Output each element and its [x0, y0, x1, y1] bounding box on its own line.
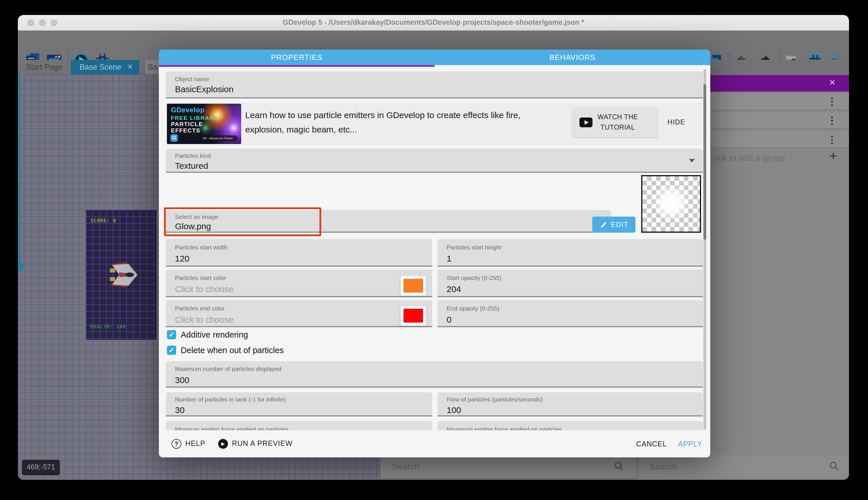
end-color-swatch[interactable]: [400, 305, 426, 326]
tab-behaviors[interactable]: BEHAVIORS: [435, 49, 710, 65]
score-text: SCORE: 0: [90, 218, 116, 224]
particles-start-color-field[interactable]: Particles start color Click to choose: [166, 270, 432, 297]
kebab-menu-icon[interactable]: ⋮: [827, 115, 837, 127]
particles-start-height-field[interactable]: Particles start height 1: [437, 239, 703, 267]
gdevelop-logo: G: [171, 134, 178, 142]
end-opacity-field[interactable]: End opacity (0-255) 0: [437, 300, 703, 327]
max-particles-field[interactable]: Maximum number of particles displayed 30…: [166, 361, 703, 388]
close-window-button[interactable]: [28, 20, 34, 26]
particles-kind-label: Particles kind: [175, 152, 211, 159]
objects-search-input[interactable]: Search: [641, 455, 848, 478]
watch-tutorial-label: WATCH THE TUTORIAL: [597, 112, 638, 133]
thumb-caption: 06 - Advanced Flame: [198, 135, 238, 141]
dialog-scrollbar-thumb[interactable]: [703, 84, 706, 240]
dialog-tab-header: PROPERTIES BEHAVIORS: [159, 49, 710, 65]
scene-vertical-scrollbar[interactable]: [18, 74, 20, 267]
window-title: GDevelop 5 - /Users/dkarakay/Documents/G…: [18, 15, 849, 31]
particle-image-preview: [641, 175, 701, 233]
object-name-field[interactable]: Object name BasicExplosion: [166, 71, 703, 99]
search-placeholder: Search: [392, 462, 419, 471]
start-color-swatch[interactable]: [400, 275, 426, 296]
annotation-highlight-rectangle: [164, 207, 321, 236]
object-name-label: Object name: [175, 76, 209, 82]
thumb-particle-text: PARTICLE: [171, 121, 203, 127]
kebab-menu-icon[interactable]: ⋮: [827, 134, 837, 146]
particles-end-color-field[interactable]: Particles end color Click to choose: [166, 300, 432, 327]
end-color-fill: [403, 309, 423, 322]
delete-when-out-label: Delete when out of particles: [181, 345, 284, 355]
dialog-scrollbar[interactable]: [703, 69, 706, 430]
tutorial-text-line2: explosion, magic beam, etc...: [245, 124, 357, 134]
tab-properties[interactable]: PROPERTIES: [159, 49, 435, 65]
cursor-coordinates-badge: 469;-571: [22, 460, 60, 475]
particles-kind-value: Textured: [175, 161, 208, 171]
tab-close-icon[interactable]: ✕: [127, 63, 133, 71]
tutorial-text-line1: Learn how to use particle emitters in GD…: [245, 110, 520, 120]
play-icon: ▶: [218, 439, 228, 448]
edit-button-label: EDIT: [611, 220, 628, 229]
game-window-frame: SCORE: 0 HEALTH: 100: [86, 210, 156, 340]
screen: GDevelop 5 - /Users/dkarakay/Documents/G…: [0, 0, 868, 500]
active-tab-indicator: [159, 65, 435, 67]
particles-tank-field[interactable]: Number of particles in tank (-1 for infi…: [166, 392, 432, 417]
additive-rendering-checkbox[interactable]: ✓: [167, 330, 176, 339]
run-preview-button[interactable]: ▶ RUN A PREVIEW: [218, 439, 292, 449]
search-placeholder: Search: [650, 462, 677, 471]
title-bar: GDevelop 5 - /Users/dkarakay/Documents/G…: [18, 15, 849, 31]
search-icon: [613, 461, 624, 471]
start-color-fill: [403, 279, 423, 293]
edit-image-button[interactable]: EDIT: [592, 217, 635, 233]
add-group-label: Click to add a group: [708, 153, 785, 162]
kebab-menu-icon[interactable]: ⋮: [827, 95, 837, 108]
tab-start-page[interactable]: Start Page: [26, 63, 63, 71]
instances-search-input[interactable]: Search: [380, 455, 637, 478]
plus-icon[interactable]: +: [830, 149, 837, 163]
scene-scrollbar-thumb[interactable]: [18, 263, 24, 271]
tab-partial[interactable]: Ba: [145, 60, 159, 74]
help-icon: ?: [172, 439, 181, 448]
hide-banner-button[interactable]: HIDE: [662, 114, 691, 130]
thumb-free-text: FREE LIBRARY: [171, 115, 218, 121]
thumb-effects-text: EFFECTS: [171, 127, 200, 134]
watch-tutorial-button[interactable]: WATCH THE TUTORIAL: [572, 107, 657, 137]
object-properties-dialog: PROPERTIES BEHAVIORS Object name BasicEx…: [159, 49, 710, 457]
particles-flow-field[interactable]: Flow of particles (particles/seconds) 10…: [437, 392, 703, 417]
thumb-brand-text: GDevelop: [171, 106, 204, 114]
close-panel-icon[interactable]: ✕: [829, 78, 836, 87]
brush-icon: [599, 220, 607, 229]
particles-kind-select[interactable]: Particles kind Textured: [166, 149, 703, 173]
delete-when-out-checkbox[interactable]: ✓: [167, 345, 176, 355]
youtube-play-icon: [579, 117, 593, 127]
zoom-window-button[interactable]: [51, 20, 57, 26]
minimize-window-button[interactable]: [39, 20, 46, 26]
search-icon: [829, 461, 839, 471]
particles-start-width-field[interactable]: Particles start width 120: [166, 239, 432, 267]
help-button[interactable]: ? HELP: [172, 439, 205, 449]
apply-button[interactable]: APPLY: [678, 440, 702, 448]
tutorial-thumbnail[interactable]: GDevelop FREE LIBRARY PARTICLE EFFECTS G…: [167, 104, 241, 144]
chevron-down-icon: [689, 159, 695, 162]
start-opacity-field[interactable]: Start opacity (0-255) 204: [437, 270, 703, 297]
tab-base-scene[interactable]: Base Scene ✕: [71, 60, 139, 74]
cancel-button[interactable]: CANCEL: [636, 440, 667, 448]
object-name-value: BasicExplosion: [175, 84, 233, 94]
dialog-footer: ? HELP ▶ RUN A PREVIEW CANCEL APPLY: [159, 430, 710, 457]
additive-rendering-label: Additive rendering: [181, 330, 248, 339]
spaceship-sprite[interactable]: [109, 262, 139, 288]
health-text: HEALTH: 100: [90, 324, 126, 329]
tutorial-banner: GDevelop FREE LIBRARY PARTICLE EFFECTS G…: [166, 103, 703, 145]
